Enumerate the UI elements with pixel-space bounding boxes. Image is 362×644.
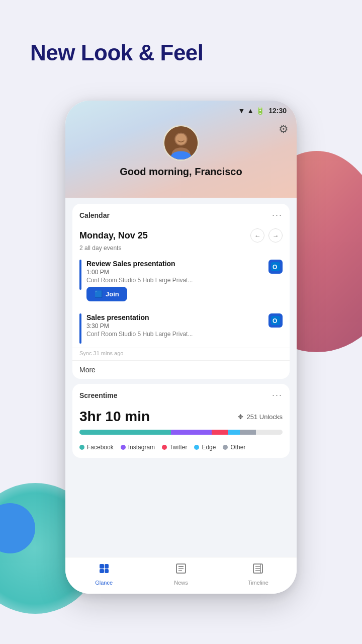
legend-item-twitter: Twitter [162,444,187,451]
event-outlook-icon-1: O [268,260,283,274]
wifi-icon: ▼ [238,107,245,115]
screentime-card: Screentime ··· 3hr 10 min ✥ 251 Unlocks [72,384,290,458]
signal-icon: ▲ [247,107,254,115]
page-title: New Look & Feel [30,40,204,65]
event-bar-1 [79,260,81,290]
glance-icon [98,562,110,578]
svg-rect-12 [105,569,109,573]
legend-item-instagram: Instagram [121,444,155,451]
join-button[interactable]: 🟦 Join [86,287,127,301]
svg-text:O: O [273,317,277,325]
screentime-legend: Facebook Instagram Twitter Edge Other [72,440,290,458]
screentime-main: 3hr 10 min ✥ 251 Unlocks [72,405,290,430]
phone-header: ▼ ▲ 🔋 12:30 ⚙ [65,101,297,198]
event-title-1: Review Sales presentation [86,260,268,268]
event-content-2: Sales presentation 3:30 PM Conf Room Stu… [86,313,268,338]
calendar-more-button[interactable]: ··· [272,210,283,220]
legend-dot-other [223,445,228,450]
calendar-prev-button[interactable]: ← [250,228,264,243]
sync-info: Sync 31 mins ago [72,348,290,360]
fingerprint-icon: ✥ [238,413,243,421]
event-bar-2 [79,313,81,344]
calendar-next-button[interactable]: → [268,228,283,243]
legend-label-twitter: Twitter [169,444,187,451]
progress-bar-container [72,430,290,440]
legend-dot-facebook [79,445,84,450]
unlocks-count: 251 Unlocks [246,413,283,421]
phone-content: Calendar ··· Monday, Nov 25 ← → 2 all da… [65,198,297,557]
battery-icon: 🔋 [256,107,264,115]
calendar-date: Monday, Nov 25 [79,230,148,241]
svg-rect-9 [100,564,104,569]
svg-rect-11 [100,569,104,573]
all-day-events: 2 all day events [72,245,290,256]
calendar-card: Calendar ··· Monday, Nov 25 ← → 2 all da… [72,204,290,379]
glance-label: Glance [95,580,113,586]
progress-bar [79,430,283,435]
legend-dot-twitter [162,445,167,450]
teams-icon: 🟦 [95,290,103,298]
legend-label-edge: Edge [202,444,216,451]
legend-label-instagram: Instagram [128,444,155,451]
svg-point-3 [175,134,187,145]
legend-dot-edge [194,445,199,450]
event-item-2: Sales presentation 3:30 PM Conf Room Stu… [72,309,290,348]
pb-twitter [212,430,228,435]
timeline-label: Timeline [248,580,268,586]
legend-item-facebook: Facebook [79,444,114,451]
screentime-duration: 3hr 10 min [79,409,150,425]
screentime-unlocks: ✥ 251 Unlocks [238,413,283,421]
calendar-card-header: Calendar ··· [72,204,290,224]
avatar-image [164,125,198,161]
pb-facebook [79,430,171,435]
phone-mockup: ▼ ▲ 🔋 12:30 ⚙ [65,101,297,594]
nav-item-timeline[interactable]: Timeline [220,562,297,586]
event-content-1: Review Sales presentation 1:00 PM Conf R… [86,260,268,305]
event-item-1: Review Sales presentation 1:00 PM Conf R… [72,256,290,309]
event-outlook-icon-2: O [268,313,283,328]
event-location-1: Conf Room Studio 5 Hub Large Privat... [86,277,268,284]
more-link[interactable]: More [72,360,290,379]
user-profile: Good morning, Francisco [65,117,297,188]
pb-edge [228,430,240,435]
status-bar: ▼ ▲ 🔋 12:30 [65,101,297,117]
legend-label-facebook: Facebook [87,444,114,451]
status-time: 12:30 [268,107,287,115]
pb-other [240,430,256,435]
calendar-nav: ← → [250,228,283,243]
legend-label-other: Other [230,444,245,451]
status-icons: ▼ ▲ 🔋 12:30 [238,107,287,115]
calendar-date-row: Monday, Nov 25 ← → [72,224,290,245]
timeline-icon [252,562,264,578]
svg-text:O: O [273,264,277,271]
settings-button[interactable]: ⚙ [279,123,289,136]
svg-rect-10 [105,564,109,569]
calendar-section-title: Calendar [79,211,110,219]
screentime-card-header: Screentime ··· [72,384,290,405]
legend-dot-instagram [121,445,126,450]
avatar-container [163,125,199,161]
nav-item-news[interactable]: News [142,562,219,586]
legend-item-edge: Edge [194,444,216,451]
event-time-1: 1:00 PM [86,269,268,276]
event-time-2: 3:30 PM [86,323,268,330]
screentime-more-button[interactable]: ··· [272,390,283,400]
pb-instagram [171,430,212,435]
bottom-nav: Glance News [65,557,297,594]
join-label: Join [106,290,119,298]
event-title-2: Sales presentation [86,313,268,321]
legend-item-other: Other [223,444,245,451]
news-icon [175,562,187,578]
screentime-section-title: Screentime [79,391,117,399]
nav-item-glance[interactable]: Glance [65,562,142,586]
event-location-2: Conf Room Studio 5 Hub Large Privat... [86,331,268,338]
news-label: News [174,580,188,586]
greeting-text: Good morning, Francisco [120,166,242,178]
avatar [163,125,199,161]
